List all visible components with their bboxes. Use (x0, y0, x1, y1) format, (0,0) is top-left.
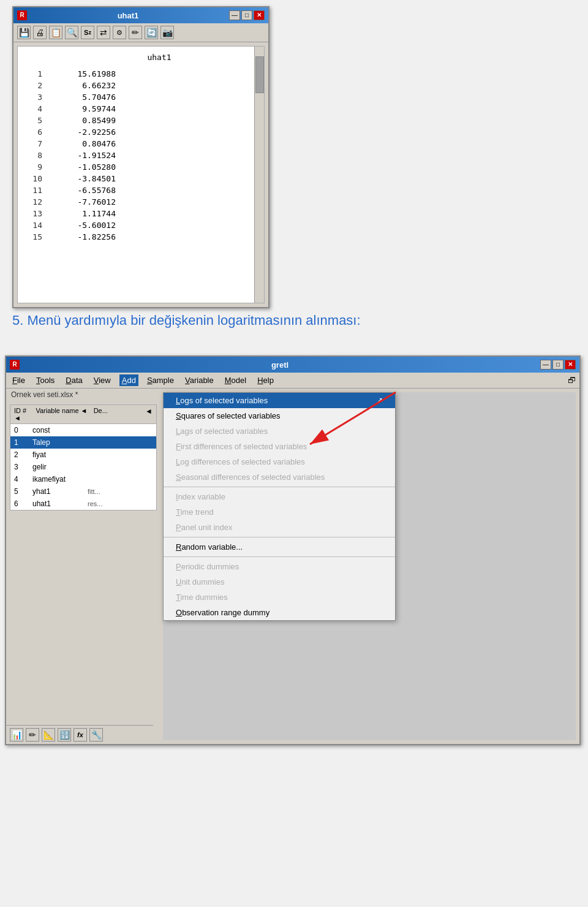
gretl-maximize-button[interactable]: □ (552, 360, 564, 370)
table-row: 115.61988 (24, 68, 258, 80)
menu-view[interactable]: View (91, 374, 113, 386)
menu-sample[interactable]: Sample (145, 374, 176, 386)
gretl-close-button[interactable]: ✕ (565, 360, 576, 370)
menu-file[interactable]: File (10, 374, 28, 386)
menu-random-variable[interactable]: Random variable... (164, 539, 395, 555)
gretl-title-icon: R (10, 360, 20, 370)
uhat1-column-header: uhat1 (24, 50, 258, 68)
col-id-header: ID # ◄ (14, 407, 32, 422)
separator-1 (164, 487, 395, 487)
table-row: 9-1.05280 (24, 161, 258, 173)
menu-data[interactable]: Data (63, 374, 85, 386)
table-row: 11-6.55768 (24, 184, 258, 196)
section-heading: 5. Menü yardımıyla bir değişkenin logari… (12, 313, 361, 328)
zoom-icon[interactable]: 🔍 (65, 26, 78, 39)
menu-logs-of-selected[interactable]: Logs of selected variables ↗ (164, 393, 395, 408)
gretl-minimize-button[interactable]: — (540, 360, 551, 370)
menu-add[interactable]: Add (119, 374, 138, 386)
menu-periodic-dummies: Periodic dummies (164, 559, 395, 574)
menu-time-dummies: Time dummies (164, 590, 395, 605)
menu-index-variable: Index variable (164, 489, 395, 504)
table-row: 6-2.92256 (24, 126, 258, 138)
menu-time-trend: Time trend (164, 504, 395, 520)
table-row: 15-1.82256 (24, 231, 258, 243)
uhat1-titlebar: R uhat1 — □ ✕ (13, 7, 268, 23)
menu-log-differences: Log differences of selected variables (164, 454, 395, 469)
variable-row-ikamefiyat[interactable]: 4 ikamefiyat (10, 473, 156, 485)
variable-row-gelir[interactable]: 3 gelir (10, 461, 156, 473)
export-icon[interactable]: 📷 (160, 26, 174, 39)
gretl-controls: — □ ✕ (540, 360, 576, 370)
table-row: 10-3.84501 (24, 173, 258, 184)
menu-lags-of-selected: Lags of selected variables (164, 423, 395, 439)
uhat1-title-icon: R (17, 10, 27, 20)
fx-icon[interactable]: fx (74, 728, 87, 742)
gretl-menubar: File Tools Data View Add Sample Variable… (6, 373, 579, 389)
print-icon[interactable]: 🖨 (33, 26, 47, 39)
menu-unit-dummies: Unit dummies (164, 574, 395, 590)
copy-icon[interactable]: 📋 (49, 26, 62, 39)
variable-list: ID # ◄ Variable name ◄ De... ◄ 0 const 1… (10, 404, 157, 510)
menu-tools[interactable]: Tools (34, 374, 57, 386)
sort-icon[interactable]: ⇄ (97, 26, 110, 39)
variable-row-yhat1[interactable]: 5 yhat1 fitt... (10, 485, 156, 498)
variable-panel: Ornek veri seti.xlsx * ID # ◄ Variable n… (6, 389, 159, 744)
gretl-right-area: Logs of selected variables ↗ Squares of … (163, 392, 576, 740)
menu-squares-of-selected[interactable]: Squares of selected variables (164, 408, 395, 423)
col-desc-header: De... (94, 407, 141, 422)
variable-row-talep[interactable]: 1 Talep (10, 436, 156, 449)
table-row: 12-7.76012 (24, 196, 258, 208)
edit-icon[interactable]: ✏ (129, 26, 142, 39)
menu-first-differences: First differences of selected variables (164, 439, 395, 454)
var-list-header: ID # ◄ Variable name ◄ De... ◄ (10, 405, 156, 424)
add-dropdown-menu: Logs of selected variables ↗ Squares of … (163, 392, 396, 621)
gretl-body: Ornek veri seti.xlsx * ID # ◄ Variable n… (6, 389, 579, 744)
uhat1-scrollbar[interactable] (254, 47, 264, 303)
edit-var-icon[interactable]: ✏ (26, 728, 39, 742)
dataset-label: Ornek veri seti.xlsx * (6, 389, 159, 401)
uhat1-maximize-button[interactable]: □ (241, 10, 252, 20)
table-row: 49.59744 (24, 103, 258, 115)
uhat1-window: R uhat1 — □ ✕ 💾 🖨 📋 🔍 Sz ⇄ ⚙ ✏ 🔄 📷 uhat1… (12, 6, 270, 308)
col-name-header: Variable name ◄ (36, 407, 89, 422)
menu-seasonal-differences: Seasonal differences of selected variabl… (164, 469, 395, 485)
gretl-titlebar: R gretl — □ ✕ (6, 357, 579, 373)
config-icon[interactable]: ⚙ (113, 26, 126, 39)
uhat1-close-button[interactable]: ✕ (254, 10, 265, 20)
refresh-icon[interactable]: 🔄 (145, 26, 158, 39)
uhat1-data-table: uhat1 115.61988 26.66232 35.70476 49.597… (18, 47, 264, 246)
menu-help[interactable]: Help (255, 374, 276, 386)
table-row: 8-1.91524 (24, 150, 258, 161)
save-icon[interactable]: 💾 (17, 26, 31, 39)
table-row: 70.80476 (24, 138, 258, 150)
gretl-bottom-toolbar: 📊 ✏ 📐 🔢 fx 🔧 (6, 725, 153, 744)
scrollbar-thumb[interactable] (255, 56, 264, 93)
variable-row-const[interactable]: 0 const (10, 424, 156, 436)
gretl-window: R gretl — □ ✕ File Tools Data View Add S… (5, 355, 581, 745)
menu-observation-range-dummy[interactable]: Observation range dummy (164, 605, 395, 620)
matrix-icon[interactable]: 🔢 (58, 728, 71, 742)
table-row: 131.11744 (24, 208, 258, 219)
variable-row-uhat1[interactable]: 6 uhat1 res... (10, 498, 156, 510)
menu-variable[interactable]: Variable (183, 374, 216, 386)
gretl-window-icon[interactable]: 🗗 (568, 376, 576, 385)
table-row: 14-5.60012 (24, 219, 258, 231)
tools-icon[interactable]: 📐 (42, 728, 55, 742)
table-row: 26.66232 (24, 80, 258, 91)
table-row: 50.85499 (24, 115, 258, 126)
uhat1-controls: — □ ✕ (229, 10, 265, 20)
uhat1-toolbar: 💾 🖨 📋 🔍 Sz ⇄ ⚙ ✏ 🔄 📷 (13, 23, 268, 42)
separator-3 (164, 556, 395, 557)
gretl-config-icon[interactable]: 🔧 (89, 728, 103, 742)
menu-model[interactable]: Model (222, 374, 249, 386)
table-row: 35.70476 (24, 91, 258, 103)
data-table-icon[interactable]: 📊 (10, 728, 23, 742)
cursor-indicator: ↗ (377, 396, 383, 404)
uhat1-minimize-button[interactable]: — (229, 10, 240, 20)
uhat1-data-area: uhat1 115.61988 26.66232 35.70476 49.597… (17, 46, 265, 303)
stats-icon[interactable]: Sz (81, 26, 94, 39)
uhat1-title: uhat1 (27, 11, 229, 20)
separator-2 (164, 537, 395, 537)
gretl-title: gretl (20, 360, 540, 370)
variable-row-fiyat[interactable]: 2 fiyat (10, 449, 156, 461)
